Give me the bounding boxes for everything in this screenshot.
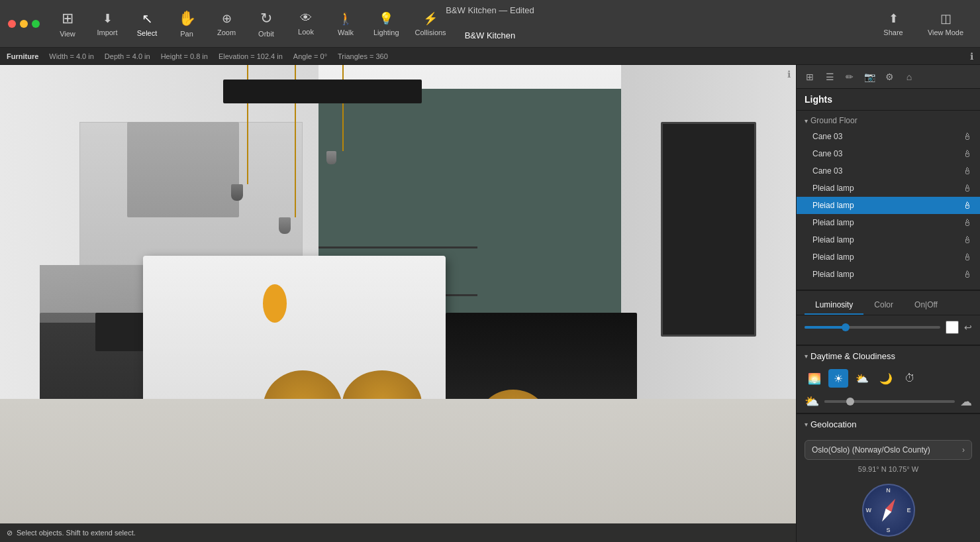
panel-content: Lights ▾ Ground Floor Cane 03 🕯 bbox=[797, 89, 980, 542]
collisions-icon: ⚡ bbox=[423, 11, 438, 26]
lights-header: Lights bbox=[797, 89, 980, 110]
toolbar-label-share: Share bbox=[883, 28, 903, 36]
geo-city-label: Oslo(Oslo) (Norway/Oslo County) bbox=[812, 445, 930, 455]
panel-icon-grid[interactable]: ⊞ bbox=[801, 68, 819, 86]
floor-label[interactable]: ▾ Ground Floor bbox=[797, 113, 980, 128]
toolbar-btn-viewmode[interactable]: ◫ View Mode bbox=[919, 7, 972, 40]
toolbar-btn-pan[interactable]: ✋ Pan bbox=[167, 0, 207, 47]
geo-section-header[interactable]: ▾ Geolocation bbox=[797, 413, 980, 435]
toolbar-right: ⬆ Share ◫ View Mode bbox=[870, 7, 980, 40]
compass-w-label: W bbox=[866, 507, 872, 514]
daytime-moon-icon[interactable]: 🌙 bbox=[876, 369, 896, 388]
info-icon[interactable]: ℹ bbox=[970, 51, 973, 62]
toolbar-label-walk: Walk bbox=[338, 28, 354, 36]
floor-label-text: Ground Floor bbox=[810, 116, 858, 125]
light-item-cane-1[interactable]: Cane 03 🕯 bbox=[797, 128, 980, 145]
orbit-icon: ↻ bbox=[260, 10, 272, 27]
pan-icon: ✋ bbox=[178, 10, 196, 27]
luminosity-slider-thumb[interactable] bbox=[842, 323, 850, 331]
light-item-cane-2[interactable]: Cane 03 🕯 bbox=[797, 145, 980, 162]
light-name-pleiad-5: Pleiad lamp bbox=[812, 252, 963, 262]
lights-title: Lights bbox=[805, 94, 832, 105]
geo-section: Oslo(Oslo) (Norway/Oslo County) › 59.91°… bbox=[797, 435, 980, 478]
panel-icon-camera[interactable]: 📷 bbox=[860, 68, 879, 86]
onoff-icon[interactable]: ↩ bbox=[964, 322, 972, 333]
toolbar-btn-orbit[interactable]: ↻ Orbit bbox=[246, 0, 286, 47]
toolbar-label-import: Import bbox=[97, 28, 117, 36]
toolbar-btn-select[interactable]: ↖ Select bbox=[127, 0, 167, 47]
chevron-down-icon: ▾ bbox=[805, 117, 808, 125]
light-item-pleiad-4[interactable]: Pleiad lamp 🕯 bbox=[797, 231, 980, 248]
toolbar-btn-lighting[interactable]: 💡 Lighting bbox=[366, 0, 407, 47]
light-item-cane-3[interactable]: Cane 03 🕯 bbox=[797, 162, 980, 180]
toolbar-btn-zoom[interactable]: ⊕ Zoom bbox=[207, 0, 246, 47]
tab-onoff[interactable]: On|Off bbox=[904, 296, 948, 315]
cloud-slider-thumb[interactable] bbox=[846, 398, 854, 406]
panel-icon-list[interactable]: ☰ bbox=[820, 68, 839, 86]
geo-coords: 59.91° N 10.75° W bbox=[805, 462, 972, 476]
toolbar-btn-share[interactable]: ⬆ Share bbox=[870, 7, 916, 40]
light-item-pleiad-6[interactable]: Pleiad lamp 🕯 bbox=[797, 266, 980, 283]
light-item-pleiad-1[interactable]: Pleiad lamp 🕯 bbox=[797, 180, 980, 197]
light-name-pleiad-4: Pleiad lamp bbox=[812, 235, 963, 244]
light-name-cane-2: Cane 03 bbox=[812, 149, 963, 158]
close-button[interactable] bbox=[8, 20, 16, 28]
panel-icon-edit[interactable]: ✏ bbox=[840, 68, 859, 86]
daytime-cloudy-icon[interactable]: ⛅ bbox=[852, 369, 872, 388]
minimize-button[interactable] bbox=[20, 20, 28, 28]
luminosity-slider-track[interactable] bbox=[805, 326, 940, 329]
daytime-chevron-icon: ▾ bbox=[805, 352, 808, 360]
compass[interactable]: N S E W bbox=[862, 484, 915, 537]
daytime-sunrise-icon[interactable]: 🌅 bbox=[805, 369, 824, 388]
daytime-section-header[interactable]: ▾ Daytime & Cloudiness bbox=[797, 345, 980, 366]
lights-list: Cane 03 🕯 Cane 03 🕯 Cane 03 🕯 bbox=[797, 128, 980, 287]
viewport[interactable]: ℹ ⊘ Select objects. Shift to extend sele… bbox=[0, 65, 796, 542]
infobar-elevation: Elevation = 102.4 in bbox=[219, 52, 283, 60]
light-item-pleiad-5[interactable]: Pleiad lamp 🕯 bbox=[797, 248, 980, 266]
kitchen-scene: ℹ bbox=[0, 65, 796, 542]
infobar-angle: Angle = 0° bbox=[293, 52, 327, 60]
artwork bbox=[661, 122, 756, 337]
color-swatch[interactable] bbox=[946, 321, 959, 334]
tab-luminosity[interactable]: Luminosity bbox=[805, 296, 863, 315]
light-name-pleiad-3: Pleiad lamp bbox=[812, 218, 963, 227]
panel-icon-settings[interactable]: ⚙ bbox=[880, 68, 899, 86]
tab-color[interactable]: Color bbox=[863, 296, 904, 315]
light-item-pleiad-2-active[interactable]: Pleiad lamp 🕯 bbox=[797, 197, 980, 214]
compass-container: N S E W bbox=[797, 478, 980, 542]
maximize-button[interactable] bbox=[32, 20, 40, 28]
toolbar-label-collisions: Collisions bbox=[415, 28, 446, 36]
pendant-cord-3 bbox=[342, 65, 344, 151]
geo-city-button[interactable]: Oslo(Oslo) (Norway/Oslo County) › bbox=[805, 440, 972, 460]
status-text: Select objects. Shift to extend select. bbox=[17, 529, 136, 537]
geo-label: Geolocation bbox=[810, 419, 856, 429]
floor-section: ▾ Ground Floor Cane 03 🕯 Cane 03 🕯 bbox=[797, 111, 980, 290]
luminosity-slider-fill bbox=[805, 326, 846, 329]
right-panel: ⊞ ☰ ✏ 📷 ⚙ ⌂ Lights ▾ Ground Floor bbox=[796, 65, 980, 542]
daytime-clock-icon[interactable]: ⏱ bbox=[900, 369, 920, 388]
geo-arrow-icon: › bbox=[962, 445, 965, 455]
pendant-shade-1 bbox=[231, 184, 243, 201]
cloud-row: ⛅ ☁ bbox=[797, 390, 980, 413]
light-item-pleiad-3[interactable]: Pleiad lamp 🕯 bbox=[797, 214, 980, 231]
info-button[interactable]: ℹ bbox=[787, 69, 791, 80]
daytime-sun-icon[interactable]: ☀ bbox=[828, 369, 848, 388]
panel-icon-floor[interactable]: ⌂ bbox=[900, 68, 918, 86]
toolbar-btn-view[interactable]: ⊞ View bbox=[48, 0, 87, 47]
light-controls: Luminosity Color On|Off bbox=[797, 290, 980, 345]
toolbar-btn-import[interactable]: ⬇ Import bbox=[87, 0, 127, 47]
ceiling-beam bbox=[223, 80, 422, 103]
light-name-cane-1: Cane 03 bbox=[812, 132, 963, 141]
light-item-pleiad-7[interactable]: Pleiad lamp 🕯 bbox=[797, 283, 980, 287]
select-icon: ↖ bbox=[142, 11, 153, 27]
toolbar-btn-look[interactable]: 👁 Look bbox=[286, 0, 326, 47]
floor bbox=[0, 399, 796, 542]
lamp-icon-4: 🕯 bbox=[963, 183, 972, 193]
light-name-pleiad-1: Pleiad lamp bbox=[812, 184, 963, 193]
cloud-slider-track[interactable] bbox=[824, 400, 955, 403]
lamp-icon-1: 🕯 bbox=[963, 131, 972, 142]
toolbar-btn-walk[interactable]: 🚶 Walk bbox=[326, 0, 366, 47]
viewmode-icon: ◫ bbox=[940, 11, 952, 26]
compass-n-label: N bbox=[886, 487, 891, 494]
pendant-shade-2 bbox=[279, 217, 291, 234]
